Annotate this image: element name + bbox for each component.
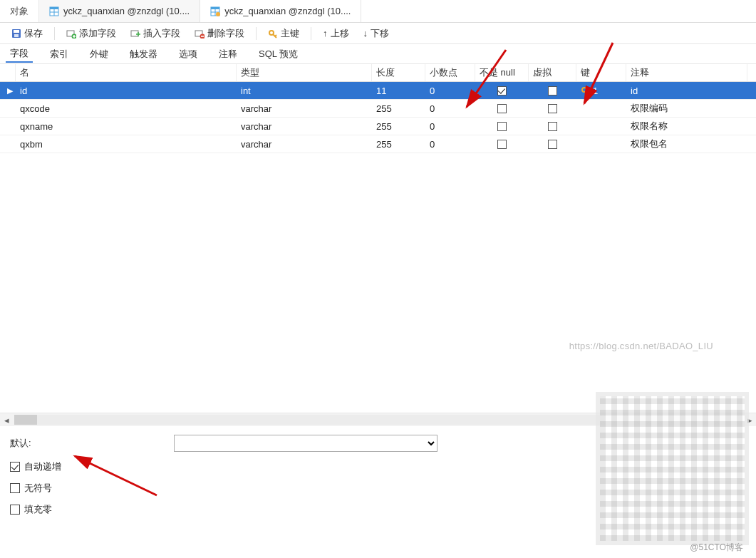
svg-rect-11 (14, 34, 19, 37)
checkbox-icon[interactable] (548, 104, 557, 113)
checkbox-icon[interactable] (497, 140, 507, 149)
qr-code-icon (596, 392, 749, 545)
cell-notnull[interactable] (475, 140, 529, 149)
cell-virtual[interactable] (529, 140, 576, 149)
col-virtual[interactable]: 虚拟 (529, 64, 576, 81)
col-name[interactable]: 名 (16, 64, 237, 81)
save-button[interactable]: 保存 (6, 26, 48, 41)
cell-length[interactable]: 255 (372, 121, 425, 132)
unsigned-label: 无符号 (24, 482, 52, 495)
cell-virtual[interactable] (529, 104, 576, 113)
checkbox-icon[interactable] (497, 104, 507, 113)
cell-comment[interactable]: 权限编码 (626, 102, 747, 115)
table-row[interactable]: qxcodevarchar2550权限编码 (0, 100, 756, 118)
scroll-left-icon[interactable]: ◂ (0, 413, 13, 426)
move-up-label: 上移 (331, 27, 349, 40)
cell-name[interactable]: qxcode (16, 103, 237, 114)
auto-increment-checkbox[interactable] (10, 462, 20, 472)
add-field-button[interactable]: 添加字段 (61, 26, 122, 41)
tab-objects-label: 对象 (10, 5, 29, 18)
insert-field-label: 插入字段 (143, 27, 180, 40)
table-row[interactable]: qxnamevarchar2550权限名称 (0, 118, 756, 135)
subtab-triggers[interactable]: 触发器 (125, 46, 162, 62)
svg-point-8 (216, 12, 220, 16)
tab-objects[interactable]: 对象 (0, 0, 39, 22)
col-key[interactable]: 键 (576, 64, 626, 81)
watermark-text: https://blog.csdn.net/BADAO_LIU (569, 341, 713, 351)
add-field-label: 添加字段 (79, 27, 116, 40)
cell-key[interactable]: 1 (576, 86, 626, 96)
cell-name[interactable]: id (16, 86, 237, 96)
cell-type[interactable]: varchar (237, 103, 372, 114)
unsigned-checkbox[interactable] (10, 483, 20, 493)
toolbar: 保存 添加字段 插入字段 删除字段 主键 ↑ 上移 ↓ 下移 (0, 23, 756, 44)
svg-rect-5 (211, 7, 219, 9)
checkbox-icon[interactable] (548, 140, 557, 149)
delete-field-button[interactable]: 删除字段 (189, 26, 250, 41)
cell-virtual[interactable] (529, 122, 576, 131)
svg-rect-1 (50, 7, 58, 9)
default-label: 默认: (10, 437, 167, 450)
cell-decimals[interactable]: 0 (425, 86, 475, 96)
col-comment[interactable]: 注释 (626, 64, 747, 81)
cell-name[interactable]: qxname (16, 121, 237, 132)
table-row[interactable]: ▶idint1101id (0, 82, 756, 100)
attribution-text: @51CTO博客 (690, 542, 743, 554)
col-type[interactable]: 类型 (237, 64, 372, 81)
checkbox-icon[interactable] (497, 86, 507, 95)
cell-length[interactable]: 255 (372, 139, 425, 150)
cell-notnull[interactable] (475, 122, 529, 131)
col-decimals[interactable]: 小数点 (425, 64, 475, 81)
tab-table-2[interactable]: yckz_quanxian @znzdgl (10.... (200, 0, 361, 22)
cell-virtual[interactable] (529, 86, 576, 95)
key-icon (268, 29, 278, 38)
scroll-thumb[interactable] (14, 415, 37, 425)
checkbox-icon[interactable] (548, 122, 557, 131)
cell-notnull[interactable] (475, 86, 529, 95)
save-icon (11, 29, 21, 38)
cell-decimals[interactable]: 0 (425, 103, 475, 114)
cell-type[interactable]: int (237, 86, 372, 96)
cell-comment[interactable]: 权限名称 (626, 120, 747, 133)
zerofill-checkbox[interactable] (10, 505, 20, 515)
fields-grid: 名 类型 长度 小数点 不是 null 虚拟 键 注释 ▶idint1101id… (0, 64, 756, 413)
svg-rect-14 (131, 31, 138, 36)
key-icon (581, 86, 591, 95)
cell-notnull[interactable] (475, 104, 529, 113)
col-length[interactable]: 长度 (372, 64, 425, 81)
arrow-down-icon: ↓ (363, 28, 368, 38)
move-up-button[interactable]: ↑ 上移 (317, 26, 355, 41)
cell-length[interactable]: 11 (372, 86, 425, 96)
cell-decimals[interactable]: 0 (425, 139, 475, 150)
cell-length[interactable]: 255 (372, 103, 425, 114)
cell-comment[interactable]: 权限包名 (626, 138, 747, 150)
subtab-options[interactable]: 选项 (175, 46, 202, 62)
cell-decimals[interactable]: 0 (425, 121, 475, 132)
cell-comment[interactable]: id (626, 86, 747, 96)
table-icon (49, 6, 59, 16)
arrow-up-icon: ↑ (323, 28, 328, 38)
cell-type[interactable]: varchar (237, 139, 372, 150)
move-down-button[interactable]: ↓ 下移 (358, 26, 395, 41)
grid-body: ▶idint1101idqxcodevarchar2550权限编码qxnamev… (0, 82, 756, 153)
checkbox-icon[interactable] (497, 122, 507, 131)
primary-key-button[interactable]: 主键 (262, 26, 305, 41)
subtab-comment[interactable]: 注释 (214, 46, 242, 62)
table-row[interactable]: qxbmvarchar2550权限包名 (0, 135, 756, 153)
auto-increment-label: 自动递增 (24, 460, 61, 473)
tab-table-2-label: yckz_quanxian @znzdgl (10.... (224, 6, 351, 16)
cell-type[interactable]: varchar (237, 121, 372, 132)
subtab-fields[interactable]: 字段 (6, 46, 33, 63)
checkbox-icon[interactable] (548, 86, 557, 95)
default-select[interactable] (174, 435, 437, 452)
cell-name[interactable]: qxbm (16, 139, 237, 150)
subtab-foreign[interactable]: 外键 (86, 46, 113, 62)
grid-header-row: 名 类型 长度 小数点 不是 null 虚拟 键 注释 (0, 64, 756, 82)
toolbar-separator (311, 27, 311, 40)
subtab-indexes[interactable]: 索引 (46, 46, 73, 62)
col-notnull[interactable]: 不是 null (475, 64, 529, 81)
insert-field-button[interactable]: 插入字段 (125, 26, 186, 41)
tab-table-1[interactable]: yckz_quanxian @znzdgl (10.... (39, 0, 200, 22)
delete-field-icon (195, 29, 204, 38)
subtab-sql[interactable]: SQL 预览 (254, 46, 302, 62)
